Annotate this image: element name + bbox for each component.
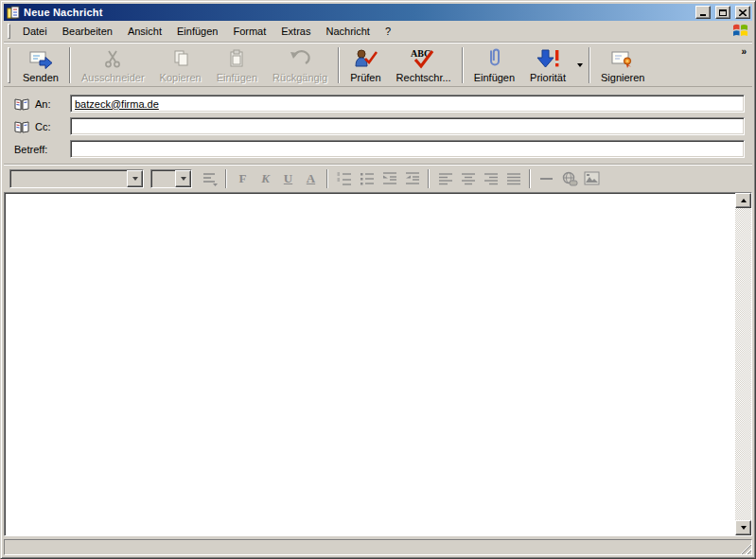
cut-label: Ausschneider — [81, 72, 145, 83]
resize-grip[interactable] — [739, 542, 751, 554]
attach-label: Einfügen — [474, 72, 515, 83]
minimize-icon — [700, 14, 706, 16]
underline-icon: U — [284, 171, 292, 186]
menubar-gripper[interactable] — [8, 24, 10, 39]
underline-button: U — [277, 168, 299, 189]
font-name-input[interactable] — [10, 170, 127, 187]
priority-button[interactable]: Priorität — [522, 44, 573, 86]
chevron-down-icon — [577, 63, 583, 67]
copy-label: Kopieren — [160, 72, 202, 83]
vertical-scrollbar — [735, 193, 751, 535]
align-right-button — [480, 168, 501, 189]
horizontal-line-icon — [538, 171, 555, 186]
numbered-list-button — [333, 168, 355, 189]
triangle-down-icon — [741, 526, 747, 530]
format-separator — [326, 169, 328, 188]
font-name-dropdown-button[interactable] — [127, 170, 143, 187]
subject-label: Betreff: — [14, 144, 47, 155]
toolbar-gripper[interactable] — [8, 47, 10, 83]
undo-icon — [289, 47, 311, 70]
spelling-button[interactable]: ABC Rechtschr... — [389, 44, 459, 86]
format-toolbar: F K U A — [4, 164, 752, 192]
hyperlink-globe-icon — [560, 170, 579, 187]
toolbar-separator — [338, 47, 340, 83]
menu-help[interactable]: ? — [378, 23, 398, 40]
close-icon — [739, 9, 747, 16]
font-size-dropdown-button[interactable] — [175, 170, 191, 187]
priority-label: Priorität — [530, 72, 566, 83]
font-size-combo[interactable] — [150, 169, 192, 188]
copy-button: Kopieren — [152, 44, 209, 86]
subject-input[interactable] — [70, 140, 745, 158]
attach-button[interactable]: Einfügen — [466, 44, 522, 86]
paperclip-icon — [483, 47, 505, 70]
cc-label-group: Cc: — [11, 120, 70, 133]
toolbar-overflow-chevron[interactable]: » — [741, 46, 746, 57]
align-left-icon — [437, 171, 454, 186]
main-toolbar: Senden Ausschneider Kopieren — [4, 43, 752, 87]
spelling-icon: ABC — [408, 47, 440, 70]
sign-button[interactable]: Signieren — [593, 44, 652, 86]
menu-datei[interactable]: Datei — [15, 23, 55, 40]
address-book-icon[interactable] — [14, 97, 29, 111]
subject-field-row: Betreff: — [11, 140, 745, 158]
italic-icon: K — [261, 171, 270, 186]
message-headers: An: Cc: Betreff: — [4, 87, 752, 164]
copy-icon — [169, 47, 192, 70]
paragraph-style-icon — [202, 171, 219, 186]
align-right-icon — [483, 171, 500, 186]
insert-picture-icon — [583, 170, 602, 187]
undo-button: Rückgängig — [265, 44, 335, 86]
check-names-icon — [353, 47, 378, 70]
scroll-up-button[interactable] — [735, 193, 751, 208]
cc-input[interactable] — [70, 117, 745, 135]
bold-icon: F — [239, 171, 247, 186]
new-message-icon — [6, 5, 21, 20]
numbered-list-icon — [336, 171, 353, 186]
format-separator — [529, 169, 531, 188]
menu-ansicht[interactable]: Ansicht — [120, 23, 169, 40]
message-body-area — [4, 192, 752, 536]
scrollbar-track[interactable] — [735, 208, 751, 520]
maximize-button[interactable] — [715, 6, 730, 19]
send-label: Senden — [23, 72, 59, 83]
message-body-editor[interactable] — [5, 193, 735, 535]
send-button[interactable]: Senden — [15, 44, 66, 86]
to-input[interactable] — [70, 95, 745, 113]
font-color-icon: A — [307, 171, 315, 186]
format-separator — [428, 169, 430, 188]
font-size-input[interactable] — [151, 170, 175, 187]
italic-button: K — [255, 168, 276, 189]
decrease-indent-icon — [381, 171, 398, 186]
to-label-group: An: — [11, 97, 70, 111]
scroll-down-button[interactable] — [735, 520, 751, 535]
font-name-combo[interactable] — [9, 169, 144, 188]
address-book-icon[interactable] — [14, 120, 29, 133]
chevron-down-icon — [181, 177, 186, 181]
check-names-button[interactable]: Prüfen — [343, 44, 388, 86]
menu-nachricht[interactable]: Nachricht — [318, 23, 377, 40]
align-center-icon — [460, 171, 477, 186]
menu-extras[interactable]: Extras — [273, 23, 318, 40]
cut-button: Ausschneider — [74, 44, 152, 86]
increase-indent-button — [401, 168, 423, 189]
scissors-icon — [101, 47, 124, 70]
close-button[interactable] — [735, 6, 750, 19]
new-message-window: Neue Nachricht Datei Bearbeiten Ansicht … — [0, 0, 756, 559]
menu-format[interactable]: Format — [225, 23, 273, 40]
menu-einfuegen[interactable]: Einfügen — [169, 23, 225, 40]
statusbar — [4, 539, 752, 555]
insert-picture-button — [581, 168, 603, 189]
minimize-button[interactable] — [695, 6, 711, 19]
check-names-label: Prüfen — [350, 72, 380, 83]
toolbar-separator — [589, 47, 590, 83]
undo-label: Rückgängig — [273, 72, 327, 83]
priority-dropdown-button[interactable] — [573, 44, 586, 86]
menu-bearbeiten[interactable]: Bearbeiten — [55, 23, 120, 40]
chevron-down-icon — [132, 177, 138, 181]
bold-button: F — [232, 168, 254, 189]
paste-button: Einfügen — [209, 44, 265, 86]
maximize-icon — [719, 9, 727, 16]
decrease-indent-button — [378, 168, 400, 189]
to-field-row: An: — [11, 95, 745, 113]
